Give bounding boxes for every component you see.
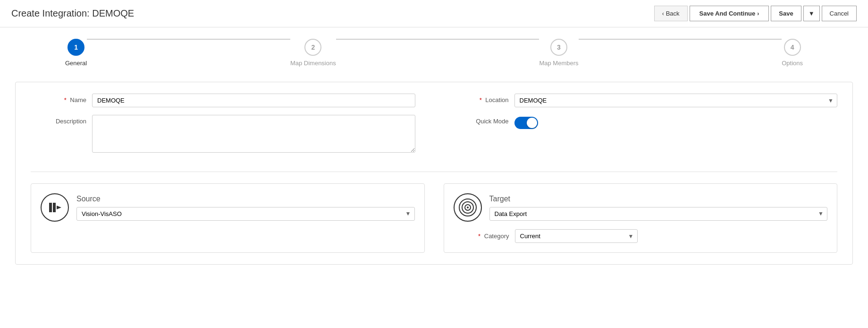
svg-rect-0: [49, 203, 52, 212]
save-button[interactable]: Save: [771, 6, 801, 21]
step-2-circle: 2: [304, 39, 321, 56]
source-body: Source Vision-VisASO ▼: [76, 195, 415, 221]
back-button[interactable]: ‹ Back: [654, 6, 688, 21]
form-right: * Location DEMOQE ▼ Quick Mode: [453, 94, 838, 160]
step-2-label: Map Dimensions: [290, 60, 336, 67]
category-label: * Category: [454, 233, 515, 240]
step-1-circle: 1: [67, 39, 84, 56]
steps-bar: 1 General 2 Map Dimensions 3 Map Members…: [65, 39, 803, 67]
back-label: Back: [666, 10, 680, 17]
step-3-label: Map Members: [539, 60, 578, 67]
quick-mode-toggle-wrap: [514, 115, 538, 129]
page-header: Create Integration: DEMOQE ‹ Back Save A…: [0, 0, 868, 27]
step-4: 4 Options: [782, 39, 803, 67]
step-connector-2-3: [336, 39, 539, 40]
svg-point-6: [467, 207, 469, 208]
description-label: Description: [31, 115, 92, 125]
step-3: 3 Map Members: [539, 39, 578, 67]
quick-mode-label: Quick Mode: [453, 115, 514, 125]
location-required-star: *: [480, 96, 482, 104]
step-3-circle: 3: [550, 39, 567, 56]
dropdown-arrow-icon: ▼: [809, 10, 815, 17]
svg-rect-1: [53, 203, 56, 212]
location-select[interactable]: DEMOQE: [514, 94, 838, 107]
target-card-header: Target Data Export ▼: [454, 193, 828, 222]
target-icon-svg: [458, 198, 477, 217]
form-left: * Name Description: [31, 94, 415, 160]
step-4-label: Options: [782, 60, 803, 67]
category-required-star: *: [478, 233, 480, 240]
form-card: * Name Description * Locatio: [15, 82, 853, 265]
name-row: * Name: [31, 94, 415, 107]
target-title: Target: [489, 195, 828, 203]
svg-marker-2: [57, 206, 61, 209]
cancel-button[interactable]: Cancel: [822, 6, 857, 21]
source-card-header: Source Vision-VisASO ▼: [41, 193, 415, 222]
save-continue-chevron-icon: ›: [757, 10, 759, 17]
header-actions: ‹ Back Save And Continue › Save ▼ Cancel: [654, 6, 857, 21]
category-row: * Category Current ▼: [454, 229, 828, 243]
step-connector-3-4: [579, 39, 782, 40]
step-1: 1 General: [65, 39, 87, 67]
save-continue-label: Save And Continue: [699, 10, 756, 17]
source-card: Source Vision-VisASO ▼: [31, 183, 425, 253]
save-label: Save: [779, 10, 793, 17]
target-select-wrap: Data Export ▼: [489, 207, 828, 221]
name-required-star: *: [64, 96, 67, 104]
name-label: * Name: [31, 94, 92, 104]
source-icon: [41, 193, 69, 222]
name-input[interactable]: [92, 94, 415, 107]
description-input[interactable]: [92, 115, 415, 153]
source-target-section: Source Vision-VisASO ▼: [31, 183, 837, 253]
step-2: 2 Map Dimensions: [290, 39, 336, 67]
location-select-wrap: DEMOQE ▼: [514, 94, 838, 107]
description-row: Description: [31, 115, 415, 153]
category-select-wrap: Current ▼: [515, 229, 638, 243]
quick-mode-row: Quick Mode: [453, 115, 838, 129]
source-icon-svg: [46, 199, 63, 216]
source-title: Source: [76, 195, 415, 203]
page-title: Create Integration: DEMOQE: [11, 8, 134, 19]
source-select[interactable]: Vision-VisASO: [76, 207, 415, 221]
back-chevron-icon: ‹: [662, 10, 664, 17]
toggle-knob: [527, 118, 537, 128]
step-1-label: General: [65, 60, 87, 67]
main-content: * Name Description * Locatio: [0, 74, 868, 272]
category-select[interactable]: Current: [515, 229, 638, 243]
source-select-wrap: Vision-VisASO ▼: [76, 207, 415, 221]
step-connector-1-2: [87, 39, 290, 40]
location-label: * Location: [453, 94, 514, 104]
save-and-continue-button[interactable]: Save And Continue ›: [690, 6, 769, 21]
save-dropdown-button[interactable]: ▼: [803, 6, 820, 21]
form-section-top: * Name Description * Locatio: [31, 94, 837, 172]
target-select[interactable]: Data Export: [489, 207, 828, 221]
step-4-circle: 4: [784, 39, 801, 56]
target-card: Target Data Export ▼ * Category: [444, 183, 838, 253]
location-row: * Location DEMOQE ▼: [453, 94, 838, 107]
quick-mode-toggle[interactable]: [514, 117, 538, 129]
target-icon: [454, 193, 482, 222]
target-body: Target Data Export ▼: [489, 195, 828, 221]
cancel-label: Cancel: [830, 10, 849, 17]
